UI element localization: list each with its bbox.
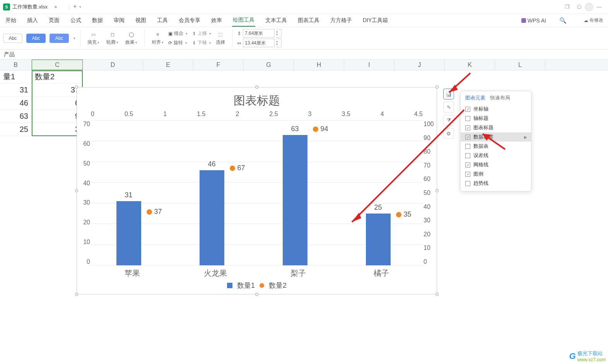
checkbox-icon[interactable]	[465, 153, 470, 158]
chart-element-item[interactable]: 趋势线	[461, 179, 531, 188]
tab-vip[interactable]: 会员专享	[178, 15, 201, 26]
width-input[interactable]	[243, 39, 275, 47]
chart-element-item[interactable]: 轴标题	[461, 114, 531, 123]
effect-button[interactable]: ◯效果▾	[123, 29, 140, 48]
chart-settings-button[interactable]: ⚙	[443, 128, 454, 139]
col-header-B[interactable]: B	[0, 60, 32, 70]
tab-efficiency[interactable]: 效率	[210, 15, 223, 26]
resize-handle[interactable]	[255, 85, 258, 89]
tab-view[interactable]: 视图	[135, 15, 147, 26]
chart-elements-button[interactable]: 📊	[443, 89, 454, 99]
tab-drawing-tools[interactable]: 绘图工具	[232, 14, 255, 27]
resize-handle[interactable]	[75, 85, 78, 89]
resize-handle[interactable]	[75, 189, 78, 192]
checkbox-icon[interactable]	[465, 107, 470, 112]
checkbox-icon[interactable]	[465, 172, 470, 177]
col-header-C[interactable]: C	[32, 60, 83, 70]
resize-handle[interactable]	[436, 85, 439, 89]
cell[interactable]: 数量2	[32, 70, 83, 84]
col-header-L[interactable]: L	[495, 60, 545, 70]
resize-handle[interactable]	[75, 293, 78, 296]
rotate-button[interactable]: ⟳旋转▾	[168, 39, 188, 47]
tab-formula[interactable]: 公式	[70, 15, 82, 26]
checkbox-icon[interactable]	[465, 116, 470, 121]
style-gallery-expand-icon[interactable]: ▾	[73, 36, 75, 40]
col-header-E[interactable]: E	[143, 60, 193, 70]
col-header-D[interactable]: D	[83, 60, 143, 70]
data-point[interactable]	[230, 166, 235, 171]
data-point[interactable]	[396, 212, 401, 217]
resize-handle[interactable]	[255, 293, 258, 296]
cell[interactable]: 25	[0, 123, 32, 136]
popover-tab-layout[interactable]: 快速布局	[490, 94, 510, 101]
chart-element-item[interactable]: 坐标轴	[461, 104, 531, 114]
data-point[interactable]	[147, 209, 152, 215]
chevron-right-icon[interactable]: ▶	[524, 135, 527, 139]
document-tab-name[interactable]: 工作簿数量.xlsx	[12, 3, 48, 10]
tab-tools[interactable]: 工具	[156, 15, 169, 26]
tab-chart-tools[interactable]: 图表工具	[297, 15, 320, 26]
cube-icon[interactable]: ⬡	[573, 1, 585, 13]
select-button[interactable]: ⬚选择	[213, 29, 227, 48]
height-spinner[interactable]: ▴▾	[276, 29, 282, 38]
cell[interactable]: 量1	[0, 70, 32, 84]
width-spinner[interactable]: ▴▾	[276, 39, 282, 47]
resize-handle[interactable]	[436, 293, 439, 296]
tab-text-tools[interactable]: 文本工具	[265, 15, 288, 26]
textbox-style-plain[interactable]: Abc	[3, 34, 22, 43]
chart-styles-button[interactable]: ✎	[443, 102, 454, 113]
data-bar[interactable]: 46	[200, 170, 224, 265]
data-bar[interactable]: 31	[116, 201, 141, 265]
cell[interactable]: 9	[32, 110, 83, 123]
chart-element-item[interactable]: 数据表	[461, 142, 531, 151]
tab-insert[interactable]: 插入	[26, 15, 39, 26]
checkbox-icon[interactable]	[465, 181, 470, 186]
checkbox-icon[interactable]	[465, 125, 470, 130]
data-bar[interactable]: 63	[283, 135, 307, 265]
avatar[interactable]	[585, 3, 593, 11]
tab-ffgz[interactable]: 方方格子	[330, 15, 353, 26]
chart-element-item[interactable]: 误差线	[461, 151, 531, 160]
add-tab-button[interactable]: +	[73, 3, 77, 11]
chart-title[interactable]: 图表标题	[77, 93, 437, 109]
data-bar[interactable]: 25	[366, 214, 391, 265]
textbox-style-blue1[interactable]: Abc	[26, 34, 46, 43]
cell[interactable]: 37	[32, 84, 83, 97]
col-header-G[interactable]: G	[244, 60, 294, 70]
cell[interactable]: 63	[0, 110, 32, 123]
col-header-K[interactable]: K	[445, 60, 495, 70]
chart-object[interactable]: 图表标题 00.511.522.533.544.5 70605040302010…	[77, 87, 437, 294]
window-restore-icon[interactable]: ❐	[562, 1, 573, 13]
fill-button[interactable]: ▭填充▾	[85, 29, 102, 48]
popover-tab-elements[interactable]: 图表元素	[465, 94, 485, 101]
cell[interactable]: 3	[32, 123, 83, 136]
wps-ai-button[interactable]: WPS AI	[521, 17, 546, 24]
height-input[interactable]	[243, 29, 275, 38]
plot-area[interactable]: 00.511.522.533.544.5 706050403020100 100…	[91, 121, 423, 265]
tab-start[interactable]: 开始	[5, 15, 17, 26]
col-header-H[interactable]: H	[294, 60, 344, 70]
formula-bar[interactable]: 产品	[0, 50, 608, 60]
align-button[interactable]: ≡对齐▾	[149, 29, 166, 48]
tab-diy[interactable]: DIY工具箱	[362, 15, 389, 26]
cell[interactable]: 31	[0, 84, 32, 97]
tab-data[interactable]: 数据	[91, 15, 104, 26]
chart-element-item[interactable]: 网格线	[461, 160, 531, 169]
chart-element-item[interactable]: 图例	[461, 169, 531, 179]
data-point[interactable]	[313, 126, 318, 132]
minimize-icon[interactable]: —	[593, 1, 605, 13]
chart-filter-button[interactable]: ⧩	[443, 115, 454, 126]
outline-button[interactable]: ◻轮廓▾	[104, 29, 121, 48]
col-header-F[interactable]: F	[193, 60, 244, 70]
checkbox-icon[interactable]	[465, 135, 470, 140]
cell[interactable]: 6	[32, 97, 83, 110]
col-header-J[interactable]: J	[395, 60, 445, 70]
cloud-modified-status[interactable]: ☁有修改	[584, 17, 603, 24]
tab-review[interactable]: 审阅	[113, 15, 125, 26]
chart-element-item[interactable]: 数据标签▶	[461, 132, 531, 142]
search-icon[interactable]: 🔍	[559, 17, 567, 24]
cell[interactable]: 46	[0, 97, 32, 110]
tab-dropdown-icon[interactable]: ▾	[79, 5, 81, 9]
textbox-style-blue2[interactable]: Abc	[50, 34, 69, 43]
checkbox-icon[interactable]	[465, 162, 470, 167]
